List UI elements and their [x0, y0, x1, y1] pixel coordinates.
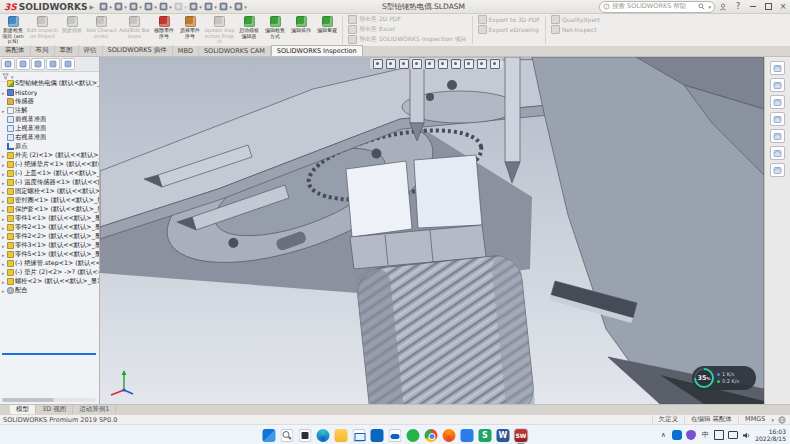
ribbon-button[interactable]: Add Characteristic: [85, 14, 118, 46]
configurationmanager-tab-icon[interactable]: [31, 58, 45, 70]
volume-icon[interactable]: [742, 431, 751, 440]
solidworks-forum-icon[interactable]: [770, 163, 785, 177]
command-tab[interactable]: 布局: [31, 45, 55, 56]
quality-menu-item[interactable]: Net-Inspect: [551, 25, 600, 34]
open-icon[interactable]: ▾: [129, 1, 142, 12]
design-library-icon[interactable]: [770, 78, 785, 92]
quality-menu-item[interactable]: QualityXpert: [551, 15, 600, 24]
tree-item[interactable]: 传感器: [0, 97, 99, 106]
file-explorer-pane-icon[interactable]: [770, 95, 785, 109]
ribbon-button[interactable]: Update Inspection Project: [203, 14, 236, 46]
ribbon-button[interactable]: 编辑量规: [314, 14, 340, 46]
export-menu-item[interactable]: Export eDrawing: [478, 25, 541, 34]
save-icon[interactable]: ▾: [144, 1, 157, 12]
tree-item[interactable]: ▸ (-) 上盖<1> (默认<<默认>_显示状: [0, 169, 99, 178]
command-tab[interactable]: SOLIDWORKS Inspection: [271, 45, 363, 56]
wps-writer[interactable]: W: [497, 429, 510, 442]
view-palette-icon[interactable]: [770, 112, 785, 126]
print-icon[interactable]: ▾: [159, 1, 172, 12]
net-speed-badge[interactable]: 35% 1 K/s 0.2 K/s: [692, 366, 756, 390]
task-view[interactable]: [299, 429, 312, 442]
browser-orange[interactable]: [443, 429, 456, 442]
tree-item[interactable]: ▸ (-) 绝缘管.step<1> (默认<<默认>: [0, 259, 99, 268]
mail[interactable]: [353, 429, 366, 442]
ribbon-button[interactable]: 移除零件序号: [151, 14, 177, 46]
tree-item[interactable]: S型铂铑热电偶 (默认<默认>_显示状态-1: [0, 79, 99, 88]
search[interactable]: [281, 429, 294, 442]
dimxpertmanager-tab-icon[interactable]: [46, 58, 60, 70]
input-grid[interactable]: [714, 430, 724, 440]
tree-item[interactable]: 右视基准面: [0, 133, 99, 142]
home-icon[interactable]: ▾: [99, 1, 112, 12]
ribbon-button[interactable]: Edit Inspection Project: [26, 14, 59, 46]
command-tab[interactable]: MBD: [173, 46, 199, 56]
file-properties-icon[interactable]: ▾: [219, 1, 232, 12]
command-tab[interactable]: SOLIDWORKS CAM: [199, 46, 271, 56]
microsoft-store[interactable]: [371, 429, 384, 442]
security-tray[interactable]: [686, 430, 696, 440]
taskbar-clock[interactable]: 16:03 2022/8/15: [755, 428, 788, 442]
minimize-button[interactable]: [746, 1, 760, 12]
ribbon-button[interactable]: 编辑操作: [288, 14, 314, 46]
tree-item[interactable]: ▸ 零件3<1> (默认<<默认>_显示状: [0, 241, 99, 250]
search-help-box[interactable]: i 搜索 SOLIDWORKS 帮助 ▾: [599, 1, 715, 13]
select-icon[interactable]: ▾: [189, 1, 202, 12]
help-menu[interactable]: ?: [731, 1, 745, 12]
export-menu-item[interactable]: 导出至 2D PDF: [348, 15, 467, 24]
export-menu-item[interactable]: 导出至 Excel: [348, 25, 467, 34]
document-tab[interactable]: 模型: [10, 405, 36, 414]
close-button[interactable]: ×: [776, 1, 790, 12]
zoom-fit-icon[interactable]: [373, 59, 383, 69]
edit-appearance-icon[interactable]: [464, 59, 474, 69]
tree-horizontal-scrollbar[interactable]: [2, 398, 96, 402]
tray-expand[interactable]: ∧: [658, 430, 668, 440]
dictionary[interactable]: [461, 429, 474, 442]
command-tab[interactable]: 装配体: [0, 45, 31, 56]
view-settings-icon[interactable]: [490, 59, 500, 69]
options-icon[interactable]: ▾: [234, 1, 247, 12]
scrollbar-thumb[interactable]: [2, 398, 54, 402]
ribbon-button[interactable]: 选择零件序号: [177, 14, 203, 46]
web-help-globe-icon[interactable]: [778, 416, 786, 424]
search-input[interactable]: 搜索 SOLIDWORKS 帮助: [612, 2, 696, 11]
edge[interactable]: [317, 429, 330, 442]
apply-scene-icon[interactable]: [477, 59, 487, 69]
tree-item[interactable]: ▸ 零件5<1> (默认<<默认>_显示状: [0, 250, 99, 259]
view-orientation-icon[interactable]: [425, 59, 435, 69]
custom-properties-icon[interactable]: [770, 146, 785, 160]
chrome[interactable]: [425, 429, 438, 442]
export-menu-item[interactable]: 导出至 SOLIDWORKS Inspection 项目: [348, 35, 467, 44]
tree-item[interactable]: ▸ 零件2<1> (默认<<默认>_显示状: [0, 223, 99, 232]
tree-item[interactable]: ▸ History: [0, 88, 99, 97]
onedrive-tray[interactable]: [672, 430, 682, 440]
green-app[interactable]: [407, 429, 420, 442]
start[interactable]: [263, 429, 276, 442]
document-tab[interactable]: 3D 视图: [36, 405, 73, 414]
export-menu-item[interactable]: Export to 3D PDF: [478, 15, 541, 24]
onedrive[interactable]: [389, 429, 402, 442]
display-style-icon[interactable]: [438, 59, 448, 69]
tree-item[interactable]: ▸ 零件2<2> (默认<<默认>_显示状: [0, 232, 99, 241]
units-caret-icon[interactable]: ▾: [771, 417, 774, 423]
appearances-scenes-icon[interactable]: [770, 129, 785, 143]
zoom-to-area-icon[interactable]: [386, 59, 396, 69]
tree-item[interactable]: ▸ (-) 温度传感器<1> (默认<<默认>_: [0, 178, 99, 187]
hide-show-items-icon[interactable]: [451, 59, 461, 69]
login-user-icon[interactable]: [716, 1, 730, 12]
graphics-viewport[interactable]: 35% 1 K/s 0.2 K/s: [100, 57, 764, 404]
tree-item[interactable]: ▸ 螺栓<2> (默认<<默认>_显示状态: [0, 277, 99, 286]
command-tab[interactable]: 草图: [55, 45, 79, 56]
solidworks-resources-icon[interactable]: [770, 61, 785, 75]
rebuild-icon[interactable]: ▾: [204, 1, 217, 12]
ribbon-button[interactable]: 新建模板: [59, 14, 85, 46]
file-explorer[interactable]: [335, 429, 348, 442]
search-dropdown-icon[interactable]: ▾: [708, 4, 711, 10]
ribbon-button[interactable]: 编辑检查方式: [262, 14, 288, 46]
ribbon-button[interactable]: Add/Edit Balloons: [118, 14, 151, 46]
ime-indicator[interactable]: 中: [700, 430, 710, 440]
previous-view-icon[interactable]: [399, 59, 409, 69]
tree-item[interactable]: ▸ (-) 绝缘垫片<1> (默认<<默认>_显示状: [0, 160, 99, 169]
command-tab[interactable]: SOLIDWORKS 插件: [103, 45, 173, 56]
tree-item[interactable]: 原点: [0, 142, 99, 151]
section-view-icon[interactable]: [412, 59, 422, 69]
